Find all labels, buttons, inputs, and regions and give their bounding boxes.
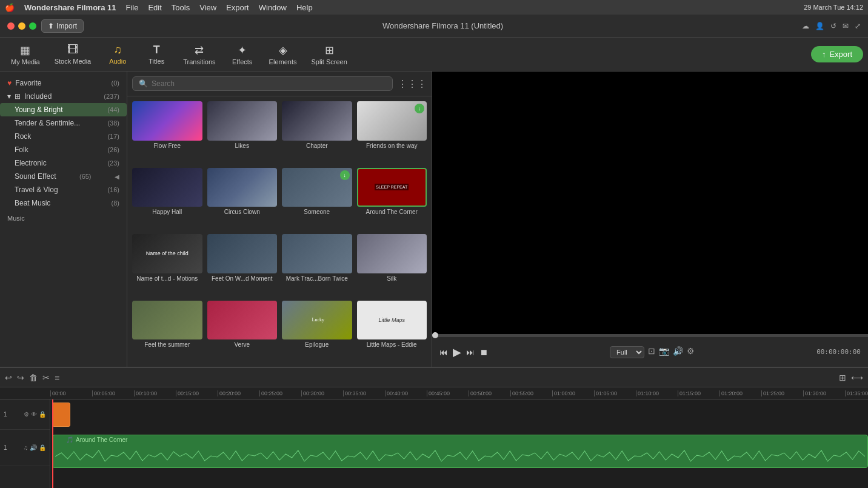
video-clip[interactable] bbox=[52, 403, 70, 427]
media-item-silk[interactable]: Silk bbox=[355, 232, 430, 298]
sidebar-item-young-bright[interactable]: Young & Bright (44) bbox=[0, 103, 127, 116]
preview-progress-bar[interactable] bbox=[432, 334, 868, 336]
cut-icon[interactable]: ✂ bbox=[42, 373, 50, 383]
ruler-mark: 00:30:00 bbox=[301, 390, 343, 396]
menu-export[interactable]: Export bbox=[226, 3, 249, 12]
export-button[interactable]: ↑ Export bbox=[811, 46, 863, 62]
menu-tools[interactable]: Tools bbox=[172, 3, 190, 12]
toolbar-elements[interactable]: ◈ Elements bbox=[263, 41, 303, 68]
rock-label: Rock bbox=[15, 132, 31, 141]
sidebar-item-favorite[interactable]: ♥ Favorite (0) bbox=[0, 76, 127, 90]
media-item-feet-water[interactable]: Feet On W...d Moment bbox=[205, 232, 280, 298]
stop-button[interactable]: ⏹ bbox=[479, 347, 488, 357]
audio-lock-icon[interactable]: 🔒 bbox=[39, 444, 46, 451]
media-item-name-motions[interactable]: Name of the childName of t...d - Motions bbox=[130, 232, 205, 298]
media-item-someone[interactable]: ↓Someone bbox=[279, 165, 355, 232]
media-item-around-corner[interactable]: SLEEP REPEATAround The Corner bbox=[355, 165, 430, 232]
ruler-mark: 00:10:00 bbox=[134, 390, 176, 396]
menu-help[interactable]: Help bbox=[296, 3, 313, 12]
search-input[interactable] bbox=[152, 79, 386, 88]
included-count: (237) bbox=[104, 93, 119, 100]
snap-icon[interactable]: ⟷ bbox=[851, 373, 863, 383]
ruler-mark: 00:15:00 bbox=[176, 390, 218, 396]
ruler-mark: 00:05:00 bbox=[92, 390, 134, 396]
minimize-button[interactable] bbox=[18, 22, 25, 30]
play-button[interactable]: ▶ bbox=[453, 346, 461, 359]
media-thumb-silk bbox=[357, 234, 427, 273]
sidebar-item-beat-music[interactable]: Beat Music (8) bbox=[0, 196, 127, 210]
media-item-mark-born[interactable]: Mark Trac...Born Twice bbox=[279, 232, 355, 298]
media-item-circus-clown[interactable]: Circus Clown bbox=[205, 165, 280, 232]
thumb-text: SLEEP REPEAT bbox=[375, 184, 409, 190]
toolbar-transitions[interactable]: ⇄ Transitions bbox=[177, 41, 221, 68]
media-item-likes[interactable]: Likes bbox=[205, 99, 280, 165]
menu-window[interactable]: Window bbox=[259, 3, 287, 12]
toolbar-audio[interactable]: ♫ Audio bbox=[99, 41, 136, 67]
import-label: Import bbox=[56, 22, 77, 30]
sidebar: ♥ Favorite (0) ▾ ⊞ Included (237) Young … bbox=[0, 72, 127, 367]
sidebar-item-rock[interactable]: Rock (17) bbox=[0, 130, 127, 143]
sidebar-item-electronic[interactable]: Electronic (23) bbox=[0, 156, 127, 170]
media-item-epilogue[interactable]: LuckyEpilogue bbox=[279, 298, 355, 365]
lock-icon[interactable]: 🔒 bbox=[39, 411, 46, 418]
undo-icon[interactable]: ↩ bbox=[5, 373, 12, 383]
media-name-mark-born: Mark Trac...Born Twice bbox=[282, 275, 352, 282]
media-name-epilogue: Epilogue bbox=[282, 341, 352, 348]
add-track-icon[interactable]: ⊞ bbox=[839, 373, 846, 383]
settings-icon[interactable]: ⚙ bbox=[24, 411, 29, 418]
audio-clip[interactable]: 🎵 Around The Corner bbox=[52, 435, 868, 468]
email-icon: ✉ bbox=[843, 22, 849, 30]
sidebar-item-travel-vlog[interactable]: Travel & Vlog (16) bbox=[0, 183, 127, 196]
audio-volume-icon[interactable]: 🔊 bbox=[30, 444, 37, 451]
expand-icon[interactable]: ⤢ bbox=[855, 22, 861, 30]
skip-back-button[interactable]: ⏮ bbox=[439, 347, 448, 357]
effects-icon: ✦ bbox=[238, 44, 247, 57]
traffic-lights bbox=[7, 22, 36, 30]
toolbar-split-screen[interactable]: ⊞ Split Screen bbox=[305, 41, 353, 68]
media-name-name-motions: Name of t...d - Motions bbox=[132, 275, 202, 282]
import-button[interactable]: ⬆ Import bbox=[41, 19, 84, 33]
list-icon[interactable]: ≡ bbox=[55, 373, 59, 383]
download-badge: ↓ bbox=[340, 170, 350, 180]
ruler-mark: 01:05:00 bbox=[594, 390, 636, 396]
young-bright-count: (44) bbox=[107, 106, 119, 113]
menu-view[interactable]: View bbox=[199, 3, 216, 12]
media-name-flow-free: Flow Free bbox=[132, 142, 202, 149]
menu-edit[interactable]: Edit bbox=[148, 3, 161, 12]
zoom-dropdown[interactable]: Full 50% 75% bbox=[610, 346, 644, 358]
media-item-flow-free[interactable]: Flow Free bbox=[130, 99, 205, 165]
media-item-friends[interactable]: ↓Friends on the way bbox=[355, 99, 430, 165]
redo-icon[interactable]: ↪ bbox=[17, 373, 24, 383]
toolbar-effects[interactable]: ✦ Effects bbox=[224, 41, 261, 68]
sidebar-item-folk[interactable]: Folk (26) bbox=[0, 143, 127, 156]
grid-view-icon[interactable]: ⋮⋮⋮ bbox=[398, 78, 427, 90]
eye-icon[interactable]: 👁 bbox=[31, 411, 37, 418]
volume-icon: 🔊 bbox=[673, 346, 683, 358]
collapse-icon[interactable]: ◀ bbox=[115, 173, 119, 180]
sidebar-item-included[interactable]: ▾ ⊞ Included (237) bbox=[0, 90, 127, 103]
beat-music-label: Beat Music bbox=[15, 199, 50, 207]
sidebar-item-sound-effect[interactable]: Sound Effect (65) ◀ bbox=[0, 170, 127, 183]
thumb-text: Name of the child bbox=[144, 248, 191, 259]
skip-forward-button[interactable]: ⏭ bbox=[466, 347, 475, 357]
media-item-happy-hall[interactable]: Happy Hall bbox=[130, 165, 205, 232]
media-item-feel-summer[interactable]: Feel the summer bbox=[130, 298, 205, 365]
media-item-chapter[interactable]: Chapter bbox=[279, 99, 355, 165]
toolbar-my-media[interactable]: ▦ My Media bbox=[5, 41, 46, 68]
close-button[interactable] bbox=[7, 22, 15, 30]
track-labels: 1 ⚙ 👁 🔒 1 ♫ 🔊 🔒 bbox=[0, 399, 50, 488]
media-thumb-happy-hall bbox=[132, 168, 202, 207]
ruler-mark: 01:25:00 bbox=[761, 390, 803, 396]
sidebar-item-tender[interactable]: Tender & Sentimie... (38) bbox=[0, 116, 127, 130]
toolbar-stock-media[interactable]: 🎞 Stock Media bbox=[48, 41, 98, 67]
delete-icon[interactable]: 🗑 bbox=[29, 373, 38, 383]
toolbar-titles[interactable]: T Titles bbox=[138, 41, 175, 67]
media-thumb-feet-water bbox=[207, 234, 278, 273]
menu-file[interactable]: File bbox=[125, 3, 138, 12]
media-thumb-epilogue: Lucky bbox=[282, 301, 352, 340]
maximize-button[interactable] bbox=[29, 22, 36, 30]
media-item-little-maps[interactable]: Little MapsLittle Maps - Eddie bbox=[355, 298, 430, 365]
media-thumb-little-maps: Little Maps bbox=[357, 301, 427, 340]
screenshot-icon: 📷 bbox=[659, 346, 669, 358]
media-item-verve[interactable]: Verve bbox=[205, 298, 280, 365]
